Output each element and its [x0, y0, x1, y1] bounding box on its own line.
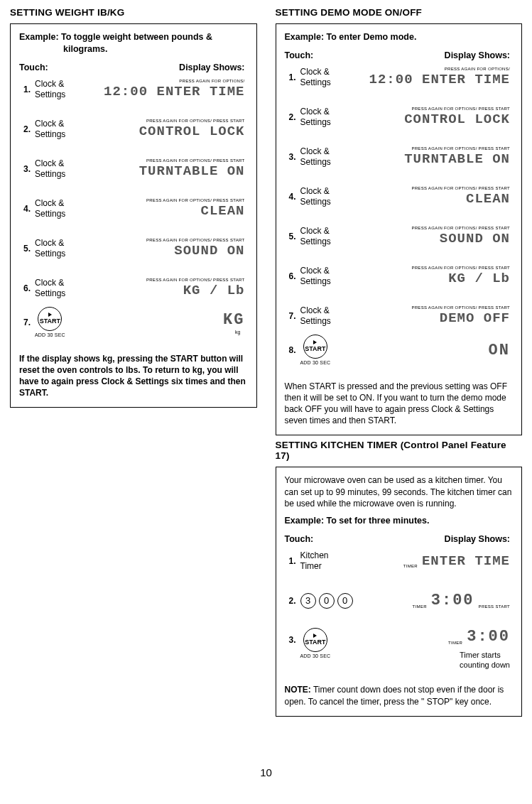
tiny-label: PRESS AGAIN FOR OPTIONS/ PRESS START: [411, 146, 510, 151]
digit-button: 0: [319, 593, 335, 609]
start-button-icon: START ADD 30 SEC: [300, 335, 331, 366]
step-number: 1.: [285, 556, 300, 566]
step-number: 1.: [285, 72, 300, 82]
clock-settings-label: Clock &Settings: [300, 226, 359, 247]
lcd-display: CONTROL LOCK: [404, 112, 510, 127]
tiny-label: PRESS AGAIN FOR OPTIONS/ PRESS START: [146, 278, 245, 282]
clock-settings-label: Clock &Settings: [35, 119, 93, 140]
step-row: 1.Clock &SettingsPRESS AGAIN FOR OPTIONS…: [285, 65, 514, 90]
tiny-label: PRESS AGAIN FOR OPTIONS/: [445, 67, 510, 71]
display-header: Display Shows:: [389, 50, 513, 60]
digit-group: 300: [300, 593, 359, 609]
start-sub: ADD 30 SEC: [35, 332, 65, 339]
step-row: 2.Clock &SettingsPRESS AGAIN FOR OPTIONS…: [19, 116, 248, 142]
lcd-display: KG / Lb: [448, 271, 510, 286]
step-number: 2.: [285, 596, 300, 606]
step-row: 2.Clock &SettingsPRESS AGAIN FOR OPTIONS…: [285, 104, 514, 130]
timer-sub-a: Timer starts: [460, 651, 501, 659]
clock-settings-label: Clock &Settings: [35, 158, 93, 180]
clock-settings-label: Clock &Settings: [300, 186, 359, 207]
lcd-display: DEMO OFF: [440, 310, 510, 326]
example-demo: Example: To enter Demo mode.: [285, 31, 514, 43]
clock-settings-label: Clock &Settings: [35, 278, 93, 299]
step-number: 8.: [285, 345, 300, 355]
clock-settings-label: Clock &Settings: [35, 198, 93, 219]
start-label: START: [40, 317, 60, 325]
clock-settings-label: Clock &Settings: [300, 305, 359, 327]
section-title-demo: SETTING DEMO MODE ON/OFF: [276, 7, 523, 18]
example-timer: Example: To set for three minutes.: [285, 515, 514, 527]
tiny-label: TIMER: [413, 604, 427, 609]
step-number: 6.: [19, 283, 35, 293]
clock-settings-label: Clock &Settings: [35, 238, 93, 259]
section-title-weight: SETTING WEIGHT IB/KG: [10, 7, 257, 18]
lcd-display: KG / Lb: [183, 283, 245, 298]
lcd-display: CLEAN: [200, 203, 244, 219]
step-number: 7.: [285, 311, 300, 321]
start-button-icon: START ADD 30 SEC: [300, 628, 331, 660]
display-header: Display Shows:: [124, 63, 248, 72]
timer-sub-b: counting down: [460, 661, 510, 669]
tiny-label: TIMER: [403, 564, 418, 568]
clock-settings-label: Clock &Settings: [35, 79, 93, 100]
step-number: 4.: [285, 192, 300, 202]
step-number: 1.: [19, 85, 35, 94]
step-row: 3.Clock &SettingsPRESS AGAIN FOR OPTIONS…: [285, 144, 514, 170]
step-row: 4.Clock &SettingsPRESS AGAIN FOR OPTIONS…: [285, 184, 514, 210]
tiny-label: PRESS AGAIN FOR OPTIONS/ PRESS START: [411, 226, 510, 230]
lcd-display: SOUND ON: [174, 243, 244, 259]
digit-button: 3: [300, 593, 316, 609]
tiny-label: PRESS AGAIN FOR OPTIONS/: [179, 79, 244, 83]
demo-footnote: When START is pressed and the previous s…: [285, 381, 514, 427]
step-number: 5.: [19, 244, 35, 254]
lcd-display: SOUND ON: [440, 231, 510, 246]
note-row: NOTE: Timer count down does not stop eve…: [285, 684, 514, 707]
unit-sub: kg: [235, 330, 244, 335]
step-row: 4.Clock &SettingsPRESS AGAIN FOR OPTIONS…: [19, 196, 248, 222]
lcd-display: ON: [489, 342, 510, 359]
tiny-label: PRESS AGAIN FOR OPTIONS/ PRESS START: [146, 198, 245, 202]
weight-footnote: If the display shows kg, pressing the ST…: [19, 353, 248, 399]
step-row: 5.Clock &SettingsPRESS AGAIN FOR OPTIONS…: [285, 224, 514, 249]
play-icon: [313, 340, 317, 344]
example-lead: Example: To toggle weight between pounds…: [19, 32, 212, 42]
tiny-label: PRESS START: [479, 604, 510, 609]
weight-box: Example: To toggle weight between pounds…: [10, 23, 257, 408]
clock-settings-label: Clock &Settings: [300, 266, 359, 287]
lcd-display: CONTROL LOCK: [139, 124, 245, 139]
tiny-label: TIMER: [448, 641, 462, 645]
note-label: NOTE:: [285, 685, 311, 695]
step-row: 5.Clock &SettingsPRESS AGAIN FOR OPTIONS…: [19, 236, 248, 261]
step-row: 3.Clock &SettingsPRESS AGAIN FOR OPTIONS…: [19, 156, 248, 182]
digit-button: 0: [337, 593, 353, 609]
lcd-display: TURNTABLE ON: [404, 151, 510, 167]
start-label: START: [305, 639, 325, 646]
step-number: 3.: [285, 152, 300, 162]
clock-settings-label: Clock &Settings: [300, 67, 359, 88]
start-button-icon: START ADD 30 SEC: [35, 307, 65, 339]
step-row: 6.Clock &SettingsPRESS AGAIN FOR OPTIONS…: [19, 276, 248, 301]
tiny-label: PRESS AGAIN FOR OPTIONS/ PRESS START: [411, 305, 510, 310]
lcd-display: TURNTABLE ON: [139, 163, 245, 179]
lcd-display: 12:00 ENTER TIME: [369, 72, 510, 87]
step-row: 6.Clock &SettingsPRESS AGAIN FOR OPTIONS…: [285, 264, 514, 289]
play-icon: [48, 313, 52, 317]
step-number: 6.: [285, 271, 300, 281]
tiny-label: PRESS AGAIN FOR OPTIONS/ PRESS START: [146, 158, 245, 163]
clock-settings-label: Clock &Settings: [300, 107, 359, 128]
start-sub: ADD 30 SEC: [300, 360, 331, 366]
lcd-display: 3:00: [467, 628, 510, 646]
touch-header: Touch:: [19, 63, 124, 72]
step-number: 7.: [19, 317, 35, 327]
example-tail: kilograms.: [19, 43, 248, 55]
step-number: 2.: [285, 112, 300, 122]
step-row: 7.Clock &SettingsPRESS AGAIN FOR OPTIONS…: [285, 303, 514, 329]
timer-intro: Your microwave oven can be used as a kit…: [285, 474, 514, 509]
start-label: START: [305, 345, 325, 353]
step-number: 2.: [19, 124, 35, 134]
step-number: 4.: [19, 204, 35, 214]
demo-box: Example: To enter Demo mode. Touch: Disp…: [276, 23, 523, 435]
page-number: 10: [0, 766, 532, 778]
lcd-display: 12:00 ENTER TIME: [104, 84, 244, 99]
example-weight: Example: To toggle weight between pounds…: [19, 31, 248, 55]
